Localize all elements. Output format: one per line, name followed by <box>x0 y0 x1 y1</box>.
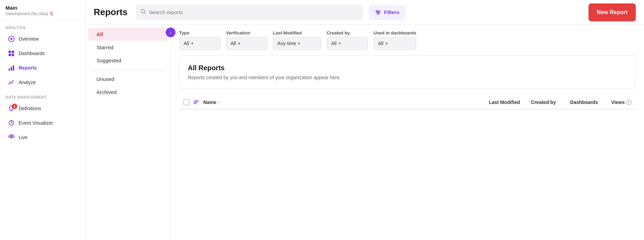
filter-verification-select[interactable]: All ▾ <box>226 37 267 50</box>
sidebar-item-reports[interactable]: Reports <box>2 61 83 75</box>
sidebar-item-definitions[interactable]: 1 Definitions <box>2 102 83 115</box>
nav-item-all[interactable]: All <box>88 28 168 41</box>
reports-content: Type All ▾ Verification All ▾ Last Modif… <box>171 25 644 240</box>
section-label-analysis: Analysis <box>0 20 85 32</box>
filter-type-value: All <box>184 41 189 46</box>
topbar: Reports Filters <box>85 0 644 25</box>
filter-used-in-dashboards-value: All <box>378 41 384 46</box>
svg-point-1 <box>10 38 12 40</box>
live-label: Live <box>19 135 28 140</box>
filter-last-modified-chevron-icon: ▾ <box>298 41 300 46</box>
col-name-sort-arrow: ↑ <box>218 100 220 105</box>
filter-last-modified: Last Modified Any time ▾ <box>273 30 321 50</box>
filter-type: Type All ▾ <box>179 30 221 50</box>
sidebar: Main Development (No data) ⇅ Analysis Ov… <box>0 0 85 240</box>
sort-line-2 <box>194 102 198 103</box>
collapse-button[interactable]: ‹ <box>166 28 175 37</box>
svg-rect-4 <box>9 54 11 56</box>
filter-verification-chevron-icon: ▾ <box>238 41 240 46</box>
search-container <box>136 5 363 20</box>
col-name[interactable]: Name ↑ <box>203 100 469 105</box>
analyze-icon <box>8 79 15 86</box>
filter-created-by: Created by All ▾ <box>327 30 368 50</box>
filters-label: Filters <box>384 9 399 15</box>
filters-icon <box>375 9 381 15</box>
app-subtitle-text: Development (No data) <box>6 11 48 16</box>
svg-rect-2 <box>9 51 11 53</box>
search-box[interactable] <box>136 5 363 20</box>
svg-rect-6 <box>9 69 10 71</box>
app-name: Main <box>6 5 80 11</box>
dashboards-label: Dashboards <box>19 51 45 56</box>
sort-icon[interactable] <box>192 99 201 105</box>
svg-point-18 <box>378 12 380 13</box>
filter-verification-value: All <box>231 41 236 46</box>
col-created-by[interactable]: Created by <box>523 100 564 105</box>
col-views-label: Views <box>611 100 625 105</box>
filter-created-by-label: Created by <box>327 30 368 35</box>
nav-item-unused[interactable]: Unused <box>88 73 168 85</box>
sort-line-3 <box>194 103 196 104</box>
left-nav: ‹ All Starred Suggested Unused Archived <box>85 25 171 240</box>
filters-button[interactable]: Filters <box>369 5 406 20</box>
analyze-label: Analyze <box>19 80 36 85</box>
views-info-icon[interactable]: i <box>626 100 632 105</box>
sidebar-item-overview[interactable]: Overview <box>2 32 83 46</box>
svg-point-19 <box>377 13 379 14</box>
filter-created-by-select[interactable]: All ▾ <box>327 37 368 50</box>
nav-divider <box>91 70 165 70</box>
svg-point-11 <box>10 136 12 138</box>
content-area: ‹ All Starred Suggested Unused Archived … <box>85 25 644 240</box>
filter-type-select[interactable]: All ▾ <box>179 37 221 50</box>
sidebar-header: Main Development (No data) ⇅ <box>0 0 85 20</box>
sort-line-1 <box>194 101 199 101</box>
overview-icon <box>8 35 15 43</box>
filter-last-modified-select[interactable]: Any time ▾ <box>273 37 321 50</box>
sidebar-item-analyze[interactable]: Analyze <box>2 75 83 89</box>
app-subtitle: Development (No data) ⇅ <box>6 11 80 16</box>
select-all-checkbox[interactable] <box>183 99 190 105</box>
reports-icon <box>8 64 15 72</box>
filter-used-in-dashboards-select[interactable]: All ▾ <box>374 37 416 50</box>
filter-verification-label: Verification <box>226 30 267 35</box>
search-icon <box>141 9 146 16</box>
sidebar-item-event-visualizer[interactable]: Event Visualizer <box>2 116 83 130</box>
page-title: Reports <box>94 7 127 18</box>
filter-used-in-dashboards: Used in dashboards All ▾ <box>374 30 416 50</box>
sidebar-item-dashboards[interactable]: Dashboards <box>2 46 83 60</box>
overview-label: Overview <box>19 36 39 42</box>
event-visualizer-label: Event Visualizer <box>19 120 53 126</box>
svg-rect-3 <box>12 51 14 53</box>
filters-row: Type All ▾ Verification All ▾ Last Modif… <box>179 30 636 50</box>
reports-label: Reports <box>19 65 37 71</box>
filter-last-modified-value: Any time <box>277 41 296 46</box>
nav-item-starred[interactable]: Starred <box>88 41 168 54</box>
filter-used-in-dashboards-label: Used in dashboards <box>374 30 416 35</box>
sidebar-item-live[interactable]: Live <box>2 131 83 144</box>
svg-rect-5 <box>12 54 14 56</box>
filter-type-chevron-icon: ▾ <box>191 41 193 46</box>
table-header: Name ↑ Last Modified Created by Dashboar… <box>179 96 636 109</box>
event-visualizer-icon <box>8 119 15 127</box>
app-chevron-icon[interactable]: ⇅ <box>50 11 53 16</box>
filter-created-by-value: All <box>331 41 337 46</box>
svg-line-13 <box>144 12 146 14</box>
definitions-label: Definitions <box>19 106 41 111</box>
filter-created-by-chevron-icon: ▾ <box>339 41 341 46</box>
nav-item-archived[interactable]: Archived <box>88 86 168 98</box>
new-report-button[interactable]: New Report <box>589 3 636 21</box>
filter-used-in-dashboards-chevron-icon: ▾ <box>386 41 388 46</box>
col-views: Views i <box>604 100 632 105</box>
all-reports-description: Reports created by you and members of yo… <box>188 75 627 80</box>
live-icon <box>8 134 15 141</box>
dashboards-icon <box>8 50 15 57</box>
nav-item-suggested[interactable]: Suggested <box>88 54 168 67</box>
search-input[interactable] <box>149 9 358 15</box>
filter-verification: Verification All ▾ <box>226 30 267 50</box>
all-reports-card: All Reports Reports created by you and m… <box>179 55 636 89</box>
filter-type-label: Type <box>179 30 221 35</box>
col-dashboards[interactable]: Dashboards <box>567 100 601 105</box>
col-last-modified[interactable]: Last Modified <box>472 100 520 105</box>
section-label-data-management: Data Management <box>0 90 85 101</box>
col-name-label: Name <box>203 100 216 105</box>
